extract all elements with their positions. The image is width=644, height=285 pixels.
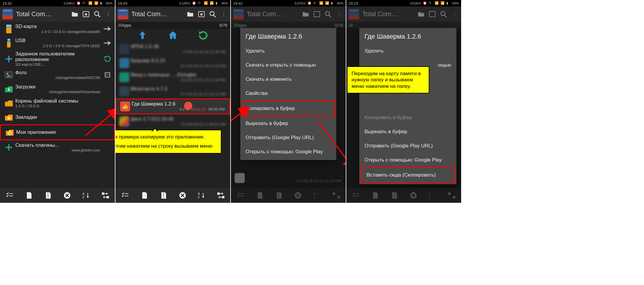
select-icon[interactable] (5, 191, 14, 200)
sync-icon: ⟳ (198, 1, 202, 5)
menu-item-delete[interactable]: Удалить (359, 44, 456, 58)
menu-item-delete[interactable]: Удалить (240, 44, 336, 58)
menu-item-copy-partial[interactable]: Копировать в буфер (359, 111, 456, 125)
svg-rect-10 (7, 42, 11, 47)
list-item[interactable]: Закладки (0, 110, 115, 124)
svg-rect-12 (8, 39, 9, 40)
menu-item-open-with[interactable]: Открыть с помощью: Google Play (240, 145, 336, 159)
refresh-icon[interactable] (198, 30, 208, 41)
list-item-sub: www.ghisler.com (15, 148, 100, 152)
folder-icon[interactable] (302, 10, 310, 18)
list-item[interactable]: Корень файловой системы1.4 G / 23.9 G (0, 96, 115, 110)
app-title: Total Com… (362, 10, 414, 18)
menu-item-cut[interactable]: Вырезать в буфер (359, 125, 456, 139)
list-item[interactable]: ВКонтакте 4.7.237.3 M 31.01.17 12:12 PM (115, 84, 230, 98)
svg-line-40 (329, 15, 331, 17)
status-bar: 19:43 0,10K/c ⏰ ⟳ 📶 📶 ▮ 85% (115, 0, 230, 6)
list-item[interactable]: Фото/storage/emulated/0/DCIM (0, 68, 115, 82)
list-item-title: USB (15, 38, 100, 44)
overflow-menu-icon[interactable]: ⋮ (104, 10, 112, 18)
swap-icon[interactable] (216, 191, 225, 200)
go-arrow-icon[interactable] (102, 26, 112, 32)
alarm-icon: ⏰ (423, 1, 427, 5)
menu-item-cut[interactable]: Вырезать в буфер (240, 116, 336, 131)
list-item-title: Загрузки (15, 84, 100, 90)
folder-icon[interactable] (417, 10, 425, 18)
sort-icon[interactable]: AZ (82, 191, 91, 200)
list-item-title: Фото (15, 70, 100, 76)
alarm-icon: ⏰ (307, 1, 312, 5)
sort-icon[interactable]: AZ (197, 191, 206, 200)
copy-icon[interactable] (140, 191, 149, 200)
search-icon[interactable] (439, 10, 448, 18)
list-item[interactable]: Ввод с помощью ... (Google)23.6 M 24.01.… (115, 70, 230, 84)
menu-item-properties[interactable]: Свойства (240, 86, 336, 101)
bookmark-folder-icon[interactable] (197, 10, 206, 18)
svg-line-52 (444, 15, 446, 17)
copy-icon[interactable] (24, 191, 33, 200)
up-arrow-icon[interactable] (137, 30, 148, 41)
swap-icon[interactable] (101, 191, 110, 200)
menu-item-download-edit[interactable]: Скачать и изменить (240, 72, 336, 86)
wifi-icon: 📶 (435, 1, 439, 5)
svg-rect-26 (102, 192, 104, 195)
zip-icon[interactable] (159, 191, 168, 200)
alarm-icon: ⏰ (192, 1, 196, 5)
folder-icon[interactable] (186, 10, 194, 18)
refresh-icon[interactable] (102, 55, 112, 63)
list-item[interactable]: Диск 2.7.012.19.4522.4 M 04.02.17 09:51 … (115, 114, 230, 129)
overflow-menu-icon[interactable]: ⋮ (451, 10, 459, 18)
alarm-icon: ⏰ (77, 1, 81, 5)
overflow-menu-icon[interactable]: ⋮ (220, 10, 228, 18)
list-item-sub: 1.4 G / 23.9 G /storage/emulated/0 (15, 29, 100, 34)
list-item-sub: 1.4 G / 23.9 G (15, 104, 100, 108)
app-header: Total Com… ⋮ (231, 6, 346, 22)
list-item[interactable]: Загрузки/storage/emulated/0/download (0, 82, 115, 96)
menu-item-send[interactable]: Отправить (Google Play URL) (240, 131, 336, 145)
select-icon[interactable] (121, 191, 130, 200)
panel-3: 19:42 0,07K/c ⏰ ⟳ 📶 📶 ▮ 86% Total Com… ⋮… (231, 0, 346, 203)
search-icon[interactable] (93, 10, 101, 18)
list-item-sub: 2.0 G / 3.6 G /storage/7074-1EEE (15, 44, 100, 48)
context-menu: Где Шаверма 1.2.6 Удалить Скачать и откр… (240, 28, 336, 160)
search-icon[interactable] (324, 10, 332, 18)
annotation-callout: Переходим на карту памяти в нужную папку… (347, 66, 429, 93)
path-bar[interactable]: ///Apps 0/79 (115, 22, 230, 29)
bookmark-folder-icon[interactable] (428, 10, 436, 18)
go-arrow-icon[interactable] (102, 40, 112, 46)
app-logo-icon (118, 9, 128, 19)
sync-icon: ⟳ (313, 1, 317, 5)
list-item[interactable]: Скачать плагины...www.ghisler.com (0, 140, 115, 154)
delete-icon[interactable] (63, 191, 72, 200)
menu-item-download-open[interactable]: Скачать и открыть с помощью (240, 58, 336, 72)
svg-text:A: A (82, 192, 85, 195)
folder-icon[interactable] (71, 10, 79, 18)
overflow-menu-icon[interactable]: ⋮ (335, 10, 343, 18)
svg-rect-4 (6, 27, 11, 33)
my-apps-row[interactable]: Мои приложения (0, 124, 115, 140)
list-item[interactable]: Браузер 8.2.1542.4 M 18.12.16 11:19 PM (115, 56, 230, 70)
history-icon[interactable] (102, 72, 112, 78)
svg-rect-37 (222, 196, 224, 198)
download-folder-icon (2, 83, 15, 95)
bookmark-folder-icon[interactable] (313, 10, 321, 18)
callout-text-2: Долгим нажатием на строку вызываем меню (115, 143, 217, 149)
menu-item-open-with[interactable]: Открыть с помощью: Google Play (359, 153, 456, 167)
svg-rect-6 (7, 25, 7, 27)
list-item-sub: /storage/emulated/0/download (15, 90, 100, 94)
list-item[interactable]: Заданное пользователем расположениеSD-ка… (0, 50, 115, 68)
plus-icon (2, 53, 15, 65)
list-item[interactable]: 4PDA 1.5.382.8 M 31.12.16 12:36 AM (115, 42, 230, 56)
list-item[interactable]: USB2.0 G / 3.6 G /storage/7074-1EEE (0, 36, 115, 50)
search-icon[interactable] (208, 10, 217, 18)
delete-icon[interactable] (178, 191, 187, 200)
home-icon[interactable] (168, 30, 178, 41)
menu-item-send[interactable]: Отправить (Google Play URL) (359, 139, 456, 153)
menu-item-paste[interactable]: Вставить сюда (Скопировать) (360, 167, 455, 183)
list-item[interactable]: SD-карта1.4 G / 23.9 G /storage/emulated… (0, 22, 115, 36)
zip-icon[interactable] (44, 191, 52, 200)
menu-item-copy[interactable]: Копировать в буфер (241, 101, 335, 116)
status-bar: 19:42 0,03K/c ⏰ ⟳ 📶 📶 ▮ 86% (0, 0, 115, 6)
target-app-row[interactable]: 👍 Где Шаверма 1.2.6 4.2 M 04.02.17 09:50… (115, 98, 230, 114)
bookmark-folder-icon[interactable] (82, 10, 90, 18)
